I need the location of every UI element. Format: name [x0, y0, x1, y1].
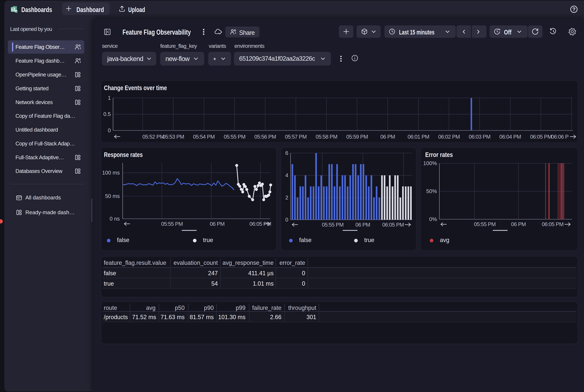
svg-text:05:56 PM: 05:56 PM — [254, 134, 276, 140]
svg-text:06:05 PM: 06:05 PM — [542, 221, 563, 227]
svg-text:05:59 PM: 05:59 PM — [346, 134, 368, 140]
svg-text:05:55 PM: 05:55 PM — [224, 134, 245, 140]
svg-text:100%: 100% — [423, 160, 437, 166]
svg-text:06:05 PM: 06:05 PM — [382, 222, 404, 228]
svg-text:06 PM: 06 PM — [210, 221, 224, 227]
svg-text:6: 6 — [285, 150, 288, 156]
svg-text:05:57 PM: 05:57 PM — [285, 134, 306, 140]
svg-text:05:52 PM: 05:52 PM — [142, 134, 164, 140]
svg-text:2: 2 — [285, 194, 288, 200]
svg-text:05:55 PM: 05:55 PM — [474, 221, 496, 227]
svg-text:0: 0 — [285, 217, 288, 223]
svg-text:06 PM: 06 PM — [356, 222, 370, 228]
svg-text:06:03 PM: 06:03 PM — [469, 134, 490, 140]
svg-text:05:58 PM: 05:58 PM — [316, 134, 337, 140]
svg-text:06:04 PM: 06:04 PM — [499, 134, 521, 140]
svg-text:06:02 PM: 06:02 PM — [438, 134, 460, 140]
svg-text:0 ns: 0 ns — [110, 216, 120, 222]
svg-text:06:05 PM: 06:05 PM — [530, 134, 552, 140]
svg-text:4: 4 — [285, 172, 288, 178]
svg-text:50%: 50% — [426, 188, 437, 194]
svg-text:100 ms: 100 ms — [102, 170, 120, 176]
svg-text:06 PM: 06 PM — [380, 134, 395, 140]
svg-text:05:54 PM: 05:54 PM — [193, 134, 214, 140]
svg-text:0: 0 — [108, 127, 111, 134]
svg-text:06:01 PM: 06:01 PM — [408, 134, 429, 140]
svg-text:05:55 PM: 05:55 PM — [322, 222, 344, 228]
svg-text:0.5: 0.5 — [103, 111, 111, 117]
svg-text:05:53 PM: 05:53 PM — [162, 134, 184, 140]
svg-text:06 PM: 06 PM — [511, 221, 526, 227]
svg-text:?: ? — [572, 6, 576, 12]
svg-text:05:55 PM: 05:55 PM — [161, 221, 183, 227]
svg-text:50 ms: 50 ms — [105, 193, 120, 199]
svg-text:0%: 0% — [429, 216, 437, 222]
svg-text:06:06 P: 06:06 P — [551, 134, 568, 140]
svg-text:1: 1 — [108, 95, 111, 101]
